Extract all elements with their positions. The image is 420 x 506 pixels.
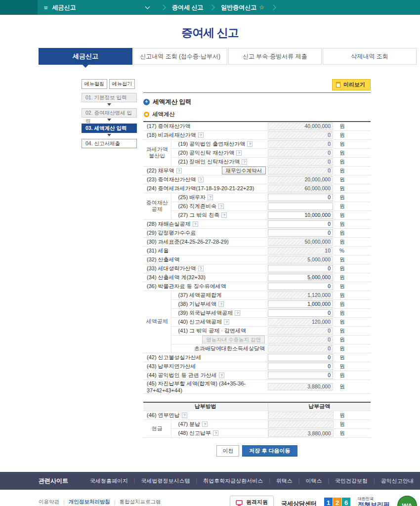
- field-label: (25) 배우자: [178, 194, 206, 201]
- help-icon[interactable]: ?: [218, 301, 224, 307]
- tab-3[interactable]: 신고 부속·증빙서류 제출: [228, 48, 322, 65]
- help-icon[interactable]: ?: [218, 204, 224, 209]
- tax-form-row: (31) 세율%: [143, 246, 371, 255]
- menu-expand-button[interactable]: 메뉴펼침: [82, 79, 107, 89]
- footer-link-7[interactable]: 공익신고안내: [375, 477, 420, 485]
- menu-collapse-button[interactable]: 메뉴접기: [109, 79, 135, 89]
- gnb-menu-dropdown[interactable]: ≡ 세금신고: [38, 3, 154, 12]
- field-label: (46) 연부연납: [147, 412, 180, 419]
- field-label: (32) 산출세액: [147, 256, 180, 263]
- amount-input[interactable]: [268, 300, 333, 308]
- amount-input[interactable]: [268, 274, 333, 281]
- field-label: (48) 신고납부: [178, 429, 211, 437]
- tab-1[interactable]: 세금신고: [39, 48, 132, 65]
- unit-label: 원: [337, 299, 371, 308]
- footer-policy-link-1[interactable]: 이용약관: [39, 499, 59, 506]
- footer-policy-link-3[interactable]: 통합설치프로그램: [119, 499, 161, 506]
- help-icon[interactable]: ?: [193, 221, 198, 227]
- row-label-cell: 초과배당에대한소득세상당액: [171, 344, 268, 353]
- row-label-cell: (36) 박물관자료 등 징수유예세액: [143, 282, 268, 291]
- sidebar-step-3[interactable]: 03. 세액계산 입력: [82, 124, 137, 133]
- field-label: (33) 세대생략가산액: [147, 265, 196, 272]
- preview-button[interactable]: 미리보기: [332, 79, 371, 90]
- field-label: (29) 감정평가수수료: [147, 229, 196, 237]
- sidebar-step-4[interactable]: 04. 신고서제출: [82, 139, 137, 148]
- row-label-cell: (32) 산출세액: [143, 255, 268, 264]
- tax-form-row: (38) 기납부세액?원: [143, 299, 371, 308]
- unit-label: 원: [337, 157, 371, 166]
- help-icon[interactable]: ?: [176, 168, 182, 173]
- footer-link-4[interactable]: 위택스: [270, 477, 298, 485]
- breadcrumb-item-general-gift[interactable]: 일반증여신고☆: [221, 3, 264, 12]
- row-label-cell: (19) 공익법인 출연재산가액?: [171, 139, 268, 148]
- help-icon[interactable]: ?: [236, 150, 242, 156]
- unit-label: 원: [337, 353, 371, 362]
- row-label-cell: (42) 신고불성실가산세: [143, 353, 268, 362]
- tax-form-row: (40) 신고세액공제?원: [143, 317, 371, 326]
- help-icon[interactable]: ?: [235, 310, 240, 316]
- row-value-cell: [268, 166, 337, 175]
- amount-input: [268, 131, 333, 139]
- help-icon[interactable]: ?: [202, 422, 208, 427]
- row-label-cell: (17) 증여재산가액: [143, 122, 268, 130]
- amount-input[interactable]: [268, 194, 333, 201]
- favorite-star-icon[interactable]: ☆: [259, 4, 264, 11]
- help-icon[interactable]: ?: [221, 212, 227, 218]
- field-label: (17) 증여재산가액: [147, 123, 191, 130]
- help-icon[interactable]: ?: [219, 373, 224, 378]
- tab-2[interactable]: 신고내역 조회 (접수증·납부서): [133, 48, 227, 65]
- field-label: (43) 납부지연가산세: [147, 363, 196, 370]
- sidebar-step-1[interactable]: 01. 기본정보 입력: [82, 93, 137, 102]
- previous-button[interactable]: 이전: [216, 445, 239, 457]
- amount-input[interactable]: [268, 203, 333, 210]
- tax-form-row: (17) 증여재산가액원: [143, 122, 371, 130]
- row-label-cell: (46) 연부연납?: [143, 411, 268, 420]
- footer-link-1[interactable]: 국세청홈페이지: [84, 477, 134, 485]
- footer-link-2[interactable]: 국세법령정보시스템: [135, 477, 196, 485]
- payment-row: 현금(47) 분납?원: [143, 420, 371, 429]
- help-icon[interactable]: ?: [242, 159, 247, 165]
- row-value-cell: [268, 175, 337, 184]
- remote-support-button[interactable]: 원격지원: [230, 496, 274, 506]
- step-arrow-down-icon: [107, 119, 111, 123]
- tax-form-row: 과세가액 불산입(19) 공익법인 출연재산가액?원: [143, 139, 371, 148]
- amount-input[interactable]: [268, 283, 333, 290]
- help-icon[interactable]: ?: [247, 141, 252, 147]
- unit-label: 원: [337, 344, 371, 353]
- unit-label: 원: [337, 219, 371, 228]
- footer-policy-link-2[interactable]: 개인정보처리방침: [69, 499, 110, 506]
- amount-input[interactable]: [268, 363, 333, 370]
- help-icon[interactable]: ?: [198, 177, 204, 182]
- amount-input[interactable]: [268, 354, 333, 361]
- amount-input[interactable]: [268, 372, 333, 379]
- tab-4[interactable]: 삭제내역 조회: [323, 48, 417, 65]
- amount-input[interactable]: [268, 220, 333, 228]
- tax-form-row: (36) 박물관자료 등 징수유예세액원: [143, 282, 371, 291]
- help-icon[interactable]: ?: [198, 132, 204, 138]
- sidebar-step-2[interactable]: 02. 증여재산명세 입력: [82, 108, 137, 118]
- field-label: (34) 산출세액 계(32+33): [147, 274, 206, 281]
- footer-link-separator: |: [114, 499, 116, 505]
- amount-input[interactable]: [268, 309, 333, 317]
- footer-link-5[interactable]: 이택스: [299, 477, 328, 485]
- save-and-next-button[interactable]: 저장 후 다음이동: [242, 445, 297, 457]
- help-icon[interactable]: ?: [198, 266, 204, 271]
- help-icon[interactable]: ?: [224, 319, 229, 325]
- help-icon[interactable]: ?: [208, 195, 213, 200]
- help-icon[interactable]: ?: [213, 430, 218, 436]
- step-sidebar: 메뉴펼침 메뉴접기 01. 기본정보 입력02. 증여재산명세 입력03. 세액…: [82, 79, 137, 457]
- breadcrumb-item-gift-tax[interactable]: 증여세 신고: [172, 3, 203, 12]
- row-action-button[interactable]: 채무인수계약서: [222, 167, 266, 174]
- amount-input: [268, 345, 333, 352]
- amount-input[interactable]: [268, 211, 333, 219]
- row-label-cell: (37) 세액공제합계: [171, 291, 268, 299]
- amount-input[interactable]: [268, 265, 333, 272]
- amount-input[interactable]: [268, 229, 333, 237]
- footer-link-3[interactable]: 취업후학자금상환서비스: [197, 477, 269, 485]
- row-value-cell: [268, 420, 337, 429]
- amount-input: [268, 429, 334, 437]
- amount-input: [268, 140, 333, 148]
- footer-link-6[interactable]: 국민건강보험: [329, 477, 374, 485]
- unit-label: 원: [337, 429, 371, 438]
- help-icon[interactable]: ?: [182, 413, 187, 418]
